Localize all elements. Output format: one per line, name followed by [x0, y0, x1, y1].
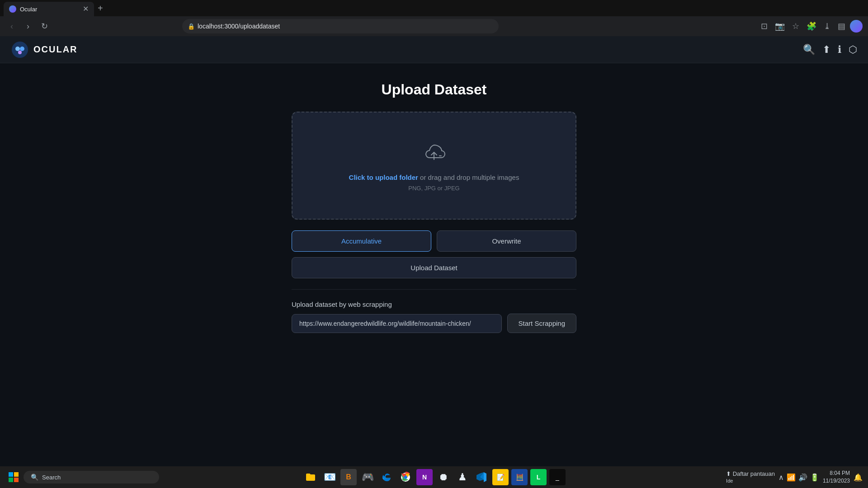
files-icon-svg [305, 472, 316, 483]
start-button[interactable] [5, 469, 22, 485]
upload-dataset-button[interactable]: Upload Dataset [292, 257, 576, 278]
svg-rect-7 [14, 478, 19, 482]
cast-icon[interactable]: ⊡ [758, 19, 770, 33]
svg-rect-4 [9, 472, 13, 477]
taskbar-calc-icon[interactable]: 🧮 [511, 469, 528, 485]
main-content: Upload Dataset Click to upload folder or… [0, 63, 868, 466]
svg-rect-5 [14, 472, 19, 477]
taskbar-left: 🔍 Search [5, 469, 159, 485]
volume-icon[interactable]: 🔊 [798, 473, 807, 482]
svg-rect-6 [9, 478, 13, 482]
chrome-logo-svg [400, 472, 411, 483]
upload-formats-text: PNG, JPG or JPEG [408, 185, 459, 192]
taskbar-search-bar[interactable]: 🔍 Search [24, 471, 159, 483]
clock[interactable]: 8:04 PM 11/19/2023 [823, 469, 850, 485]
cloud-upload-icon [421, 140, 447, 166]
taskbar-edge-icon[interactable] [378, 469, 395, 485]
start-scrapping-button[interactable]: Start Scrapping [507, 314, 576, 333]
app-logo: OCULAR [11, 41, 78, 59]
page-title: Upload Dataset [382, 81, 487, 98]
forward-button[interactable]: › [22, 20, 34, 33]
notifications-icon[interactable]: 🔔 [854, 473, 863, 482]
taskbar-center: 📧 B 🎮 N ⏺ ♟ [302, 469, 566, 485]
upload-bold-text: Click to upload folder [349, 174, 418, 181]
scrapping-row: Start Scrapping [292, 314, 576, 333]
refresh-button[interactable]: ↻ [38, 20, 51, 33]
header-right: 🔍 ⬆ ℹ ⬡ [803, 44, 857, 56]
taskbar-files-icon[interactable] [302, 469, 319, 485]
date-display: 11/19/2023 [823, 477, 850, 485]
url-text: localhost:3000/uploaddataset [198, 23, 280, 30]
time-display: 8:04 PM [823, 469, 850, 477]
svg-point-2 [20, 47, 24, 51]
scrapping-label: Upload dataset by web scrapping [292, 300, 576, 308]
header-info-icon[interactable]: ℹ [838, 44, 841, 56]
logo-icon [11, 41, 29, 59]
taskbar-steam-icon[interactable]: ♟ [454, 469, 471, 485]
scrapping-url-input[interactable] [292, 314, 502, 333]
tray-expand-icon[interactable]: ∧ [778, 473, 784, 482]
screenshot-icon[interactable]: 📷 [772, 19, 788, 33]
profile-avatar[interactable] [850, 20, 863, 33]
svg-point-1 [15, 47, 20, 51]
browser-tab[interactable]: Ocular ✕ [4, 2, 94, 16]
section-divider [292, 289, 576, 290]
taskbar-unity-icon[interactable]: 🎮 [359, 469, 376, 485]
tab-favicon [9, 5, 16, 13]
battery-icon[interactable]: 🔋 [810, 473, 819, 482]
address-bar[interactable]: 🔒 localhost:3000/uploaddataset [182, 19, 499, 33]
notification-badge[interactable]: ⬆ Daftar pantauanIde [726, 470, 775, 484]
taskbar-search-icon: 🔍 [31, 474, 38, 481]
tab-bar: Ocular ✕ + [0, 0, 868, 16]
upload-primary-text: Click to upload folder or drag and drop … [349, 174, 519, 181]
accumulative-button[interactable]: Accumulative [292, 230, 431, 252]
taskbar: 🔍 Search 📧 B 🎮 [0, 466, 868, 488]
svg-point-0 [12, 42, 28, 58]
taskbar-app7-icon[interactable]: ⏺ [435, 469, 452, 485]
browser-chrome: Ocular ✕ + ‹ › ↻ 🔒 localhost:3000/upload… [0, 0, 868, 36]
app-name: OCULAR [33, 44, 78, 55]
overwrite-button[interactable]: Overwrite [437, 230, 576, 252]
taskbar-vscode-icon[interactable] [473, 469, 490, 485]
taskbar-mail-icon[interactable]: 📧 [321, 469, 338, 485]
wifi-icon[interactable]: 📶 [787, 473, 796, 482]
taskbar-onenote-icon[interactable]: N [416, 469, 433, 485]
address-bar-row: ‹ › ↻ 🔒 localhost:3000/uploaddataset ⊡ 📷… [0, 16, 868, 36]
vscode-logo-svg [476, 472, 487, 483]
sidebar-icon[interactable]: ▤ [835, 19, 848, 33]
taskbar-right: ⬆ Daftar pantauanIde ∧ 📶 🔊 🔋 8:04 PM 11/… [726, 469, 863, 485]
taskbar-blender-icon[interactable]: B [340, 469, 357, 485]
upload-rest-text: or drag and drop multiple images [418, 174, 519, 181]
toolbar-right: ⊡ 📷 ☆ 🧩 ⤓ ▤ [758, 19, 863, 33]
app-header: OCULAR 🔍 ⬆ ℹ ⬡ [0, 36, 868, 63]
taskbar-notes-icon[interactable]: 📝 [492, 469, 509, 485]
download-icon[interactable]: ⤓ [821, 19, 833, 33]
tab-close-button[interactable]: ✕ [83, 5, 89, 13]
new-tab-button[interactable]: + [94, 0, 107, 16]
header-search-icon[interactable]: 🔍 [803, 44, 815, 56]
header-github-icon[interactable]: ⬡ [849, 44, 857, 56]
taskbar-chrome-icon[interactable] [397, 469, 414, 485]
mode-buttons-row: Accumulative Overwrite [292, 230, 576, 252]
taskbar-line-icon[interactable]: L [530, 469, 547, 485]
edge-logo-svg [381, 472, 392, 483]
taskbar-search-text: Search [42, 474, 61, 481]
bookmark-icon[interactable]: ☆ [789, 19, 802, 33]
windows-logo-icon [8, 472, 19, 483]
lock-icon: 🔒 [188, 23, 195, 30]
taskbar-terminal-icon[interactable]: _ [549, 469, 566, 485]
scrapping-section: Upload dataset by web scrapping Start Sc… [292, 300, 576, 333]
svg-point-3 [18, 51, 22, 54]
back-button[interactable]: ‹ [5, 20, 18, 33]
extensions-icon[interactable]: 🧩 [804, 19, 819, 33]
tab-title: Ocular [20, 6, 79, 13]
header-upload-icon[interactable]: ⬆ [822, 44, 830, 56]
system-tray: ∧ 📶 🔊 🔋 [778, 473, 819, 482]
upload-dropzone[interactable]: Click to upload folder or drag and drop … [292, 112, 576, 220]
